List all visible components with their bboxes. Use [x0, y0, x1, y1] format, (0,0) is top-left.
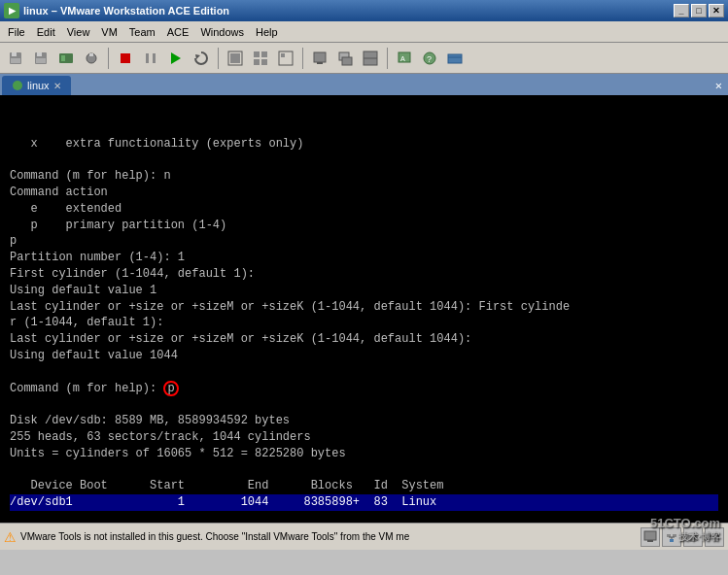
svg-rect-23: [314, 52, 326, 62]
svg-text:A: A: [400, 54, 405, 63]
svg-point-46: [688, 532, 698, 536]
svg-rect-17: [254, 51, 260, 57]
svg-rect-18: [261, 51, 267, 57]
svg-rect-19: [254, 59, 260, 65]
toolbar-separator-1: [108, 48, 109, 69]
svg-rect-26: [342, 57, 352, 65]
toolbar-extra-btn-3[interactable]: [443, 47, 467, 70]
svg-rect-24: [317, 62, 323, 64]
maximize-button[interactable]: □: [691, 4, 707, 17]
vm-tab-close-btn[interactable]: ✕: [53, 81, 61, 91]
svg-rect-9: [89, 53, 93, 56]
warning-icon: ⚠: [4, 529, 17, 545]
toolbar-separator-2: [218, 48, 219, 69]
term-line-0: x extra functionality (experts only) Com…: [10, 137, 570, 493]
svg-rect-37: [647, 540, 653, 542]
toolbar-view-btn-1[interactable]: [224, 47, 247, 70]
window-title: linux – VMware Workstation ACE Edition: [23, 5, 674, 17]
tab-right-area: ✕: [71, 76, 726, 95]
minimize-button[interactable]: _: [674, 4, 689, 17]
toolbar-btn-4[interactable]: [80, 47, 103, 70]
toolbar-play-btn[interactable]: [164, 47, 188, 70]
title-bar: ▶ linux – VMware Workstation ACE Edition…: [0, 0, 728, 21]
svg-rect-16: [230, 53, 240, 63]
svg-rect-10: [121, 53, 130, 63]
linux-tab-icon: [12, 80, 23, 91]
svg-rect-7: [61, 55, 65, 61]
toolbar-extra-btn-1[interactable]: A: [393, 47, 416, 70]
svg-rect-33: [448, 54, 462, 63]
toolbar-separator-3: [302, 48, 303, 69]
menu-file[interactable]: File: [2, 24, 31, 40]
toolbar-separator-4: [387, 48, 388, 69]
vm-tab-linux[interactable]: linux ✕: [2, 76, 71, 95]
svg-rect-40: [670, 539, 674, 542]
vm-tab-label: linux: [27, 80, 50, 91]
highlighted-p-char: p: [163, 381, 178, 396]
svg-rect-22: [281, 53, 285, 57]
svg-rect-5: [36, 58, 46, 63]
menu-edit[interactable]: Edit: [31, 24, 61, 40]
toolbar-btn-3[interactable]: [54, 47, 78, 70]
svg-rect-4: [37, 52, 42, 56]
toolbar-view-btn-3[interactable]: [274, 47, 297, 70]
menu-vm[interactable]: VM: [95, 24, 123, 40]
svg-rect-36: [644, 531, 656, 540]
menu-ace[interactable]: ACE: [161, 24, 195, 40]
svg-text:?: ?: [427, 55, 432, 65]
status-bar: ⚠ VMware Tools is not installed in this …: [0, 523, 728, 550]
toolbar-stop-btn[interactable]: [114, 47, 137, 70]
svg-rect-11: [146, 53, 149, 63]
toolbar-snap-btn-3[interactable]: [359, 47, 382, 70]
menu-windows[interactable]: Windows: [194, 24, 250, 40]
toolbar: A ?: [0, 43, 728, 74]
svg-marker-47: [710, 532, 716, 542]
toolbar-pause-btn[interactable]: [139, 47, 162, 70]
vm-tab-bar: linux ✕ ✕: [0, 74, 728, 95]
toolbar-refresh-btn[interactable]: [190, 47, 213, 70]
tab-area-close[interactable]: ✕: [715, 79, 722, 93]
close-button[interactable]: ✕: [709, 4, 724, 17]
window-controls[interactable]: _ □ ✕: [674, 4, 724, 17]
toolbar-snap-btn-1[interactable]: [308, 47, 331, 70]
svg-marker-13: [171, 52, 181, 64]
status-icon-network: [662, 527, 681, 547]
terminal-content: x extra functionality (experts only) Com…: [10, 103, 718, 523]
toolbar-btn-2[interactable]: [29, 47, 52, 70]
toolbar-btn-1[interactable]: [4, 47, 27, 70]
app-icon: ▶: [4, 3, 19, 18]
terminal[interactable]: x extra functionality (experts only) Com…: [0, 95, 728, 523]
svg-rect-2: [11, 58, 20, 63]
status-icons: [641, 527, 724, 547]
menu-team[interactable]: Team: [123, 24, 161, 40]
table-data-row: /dev/sdb1 1 1044 8385898+ 83 Linux: [10, 494, 718, 511]
svg-rect-12: [153, 53, 156, 63]
toolbar-extra-btn-2[interactable]: ?: [418, 47, 441, 70]
svg-rect-20: [261, 59, 267, 65]
status-message: VMware Tools is not installed in this gu…: [20, 531, 637, 542]
toolbar-snap-btn-2[interactable]: [333, 47, 357, 70]
status-icon-monitor: [641, 527, 660, 547]
menu-view[interactable]: View: [61, 24, 96, 40]
status-icon-audio: [705, 527, 724, 547]
toolbar-view-btn-2[interactable]: [249, 47, 272, 70]
menu-help[interactable]: Help: [250, 24, 284, 40]
svg-point-35: [13, 81, 22, 90]
status-icon-disk: [683, 527, 703, 547]
svg-rect-1: [12, 52, 17, 56]
menu-bar: File Edit View VM Team ACE Windows Help: [0, 21, 728, 43]
